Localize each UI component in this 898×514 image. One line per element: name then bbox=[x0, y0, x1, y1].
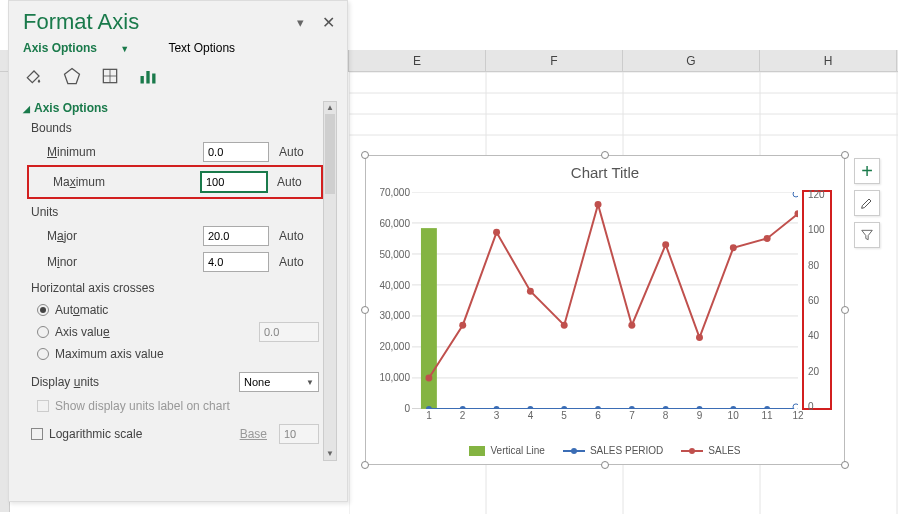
svg-point-41 bbox=[595, 201, 602, 208]
plot-area[interactable] bbox=[412, 192, 798, 409]
secondary-y-axis[interactable]: 120 100 80 60 40 20 0 bbox=[806, 194, 828, 406]
minimum-label: Minimum bbox=[47, 145, 203, 159]
xtick: 2 bbox=[460, 410, 466, 421]
col-H[interactable]: H bbox=[760, 50, 897, 71]
tab-text-options[interactable]: Text Options bbox=[168, 41, 235, 55]
svg-point-37 bbox=[459, 322, 466, 329]
svg-point-46 bbox=[764, 235, 771, 242]
ytick: 60 bbox=[808, 295, 819, 306]
minimum-auto-button[interactable]: Auto bbox=[279, 145, 319, 159]
effects-pentagon-icon[interactable] bbox=[61, 65, 83, 87]
maximum-input[interactable] bbox=[201, 172, 267, 192]
col-E[interactable]: E bbox=[349, 50, 486, 71]
xtick: 12 bbox=[792, 410, 803, 421]
chart-elements-button[interactable]: + bbox=[854, 158, 880, 184]
chart-object[interactable]: + Chart Title 70,000 60,000 50,000 40,00… bbox=[365, 155, 845, 465]
chart-styles-button[interactable] bbox=[854, 190, 880, 216]
ytick: 100 bbox=[808, 224, 825, 235]
axis-selection-handles[interactable] bbox=[793, 192, 798, 409]
svg-point-31 bbox=[663, 406, 669, 409]
svg-point-26 bbox=[494, 406, 500, 409]
scroll-down-icon[interactable]: ▼ bbox=[324, 448, 336, 460]
scroll-thumb[interactable] bbox=[325, 114, 335, 194]
x-axis[interactable]: 1 2 3 4 5 6 7 8 9 10 11 12 bbox=[412, 410, 798, 424]
ytick: 40 bbox=[808, 330, 819, 341]
primary-y-axis[interactable]: 70,000 60,000 50,000 40,000 30,000 20,00… bbox=[374, 192, 412, 408]
ytick: 10,000 bbox=[379, 372, 410, 383]
legend-sales[interactable]: SALES bbox=[681, 445, 740, 456]
xtick: 9 bbox=[697, 410, 703, 421]
major-input[interactable] bbox=[203, 226, 269, 246]
scrollbar[interactable]: ▲ ▼ bbox=[323, 101, 337, 461]
minor-auto-button[interactable]: Auto bbox=[279, 255, 319, 269]
show-units-label-checkbox bbox=[37, 400, 49, 412]
units-label: Units bbox=[31, 205, 319, 219]
resize-handle[interactable] bbox=[361, 461, 369, 469]
close-icon[interactable]: ✕ bbox=[319, 13, 337, 31]
svg-point-36 bbox=[425, 374, 432, 381]
chart-title[interactable]: Chart Title bbox=[366, 164, 844, 181]
svg-point-43 bbox=[662, 241, 669, 248]
bounds-label: Bounds bbox=[31, 121, 319, 135]
col-F[interactable]: F bbox=[486, 50, 623, 71]
minimum-input[interactable] bbox=[203, 142, 269, 162]
svg-point-49 bbox=[793, 404, 798, 409]
major-auto-button[interactable]: Auto bbox=[279, 229, 319, 243]
xtick: 3 bbox=[494, 410, 500, 421]
xtick: 4 bbox=[528, 410, 534, 421]
pane-title: Format Axis bbox=[23, 9, 281, 35]
vertical-line-bar[interactable] bbox=[421, 228, 437, 409]
fill-paint-icon[interactable] bbox=[23, 65, 45, 87]
pane-subtabs: Axis Options ▼ Text Options bbox=[23, 41, 337, 55]
scroll-up-icon[interactable]: ▲ bbox=[324, 102, 336, 114]
legend-vertical-line[interactable]: Vertical Line bbox=[469, 445, 544, 456]
minor-input[interactable] bbox=[203, 252, 269, 272]
xtick: 1 bbox=[426, 410, 432, 421]
major-label: Major bbox=[47, 229, 203, 243]
svg-marker-9 bbox=[65, 69, 80, 84]
xtick: 6 bbox=[595, 410, 601, 421]
svg-point-45 bbox=[730, 244, 737, 251]
display-units-select[interactable]: None▼ bbox=[239, 372, 319, 392]
svg-point-29 bbox=[595, 406, 601, 409]
svg-point-33 bbox=[730, 406, 736, 409]
resize-handle[interactable] bbox=[361, 306, 369, 314]
ytick: 70,000 bbox=[379, 187, 410, 198]
format-axis-pane: Format Axis ▾ ✕ Axis Options ▼ Text Opti… bbox=[8, 0, 348, 502]
radio-axis-value[interactable] bbox=[37, 326, 49, 338]
resize-handle[interactable] bbox=[601, 151, 609, 159]
resize-handle[interactable] bbox=[841, 151, 849, 159]
horizontal-crosses-label: Horizontal axis crosses bbox=[31, 281, 319, 295]
axis-options-barchart-icon[interactable] bbox=[137, 65, 159, 87]
radio-automatic-label: Automatic bbox=[55, 303, 108, 317]
log-scale-checkbox[interactable] bbox=[31, 428, 43, 440]
minor-label: Minor bbox=[47, 255, 203, 269]
sales-series[interactable] bbox=[425, 201, 798, 381]
chart-filters-button[interactable] bbox=[854, 222, 880, 248]
log-scale-label: Logarithmic scale bbox=[49, 427, 234, 441]
maximum-auto-button[interactable]: Auto bbox=[277, 175, 317, 189]
resize-handle[interactable] bbox=[601, 461, 609, 469]
resize-handle[interactable] bbox=[841, 461, 849, 469]
radio-automatic[interactable] bbox=[37, 304, 49, 316]
ytick: 30,000 bbox=[379, 310, 410, 321]
section-axis-options[interactable]: ◢Axis Options bbox=[23, 101, 319, 115]
svg-rect-13 bbox=[141, 76, 144, 84]
col-G[interactable]: G bbox=[623, 50, 760, 71]
sales-period-series[interactable] bbox=[426, 406, 798, 409]
svg-rect-15 bbox=[152, 74, 155, 84]
tab-axis-options[interactable]: Axis Options ▼ bbox=[23, 41, 147, 55]
radio-max-axis-value[interactable] bbox=[37, 348, 49, 360]
pane-options-caret-icon[interactable]: ▾ bbox=[291, 13, 309, 31]
legend-sales-period[interactable]: SALES PERIOD bbox=[563, 445, 663, 456]
ytick: 60,000 bbox=[379, 217, 410, 228]
radio-max-axis-value-label: Maximum axis value bbox=[55, 347, 164, 361]
chart-legend[interactable]: Vertical Line SALES PERIOD SALES bbox=[366, 445, 844, 456]
resize-handle[interactable] bbox=[361, 151, 369, 159]
xtick: 8 bbox=[663, 410, 669, 421]
size-properties-icon[interactable] bbox=[99, 65, 121, 87]
resize-handle[interactable] bbox=[841, 306, 849, 314]
svg-point-25 bbox=[460, 406, 466, 409]
ytick: 50,000 bbox=[379, 248, 410, 259]
ytick: 80 bbox=[808, 259, 819, 270]
